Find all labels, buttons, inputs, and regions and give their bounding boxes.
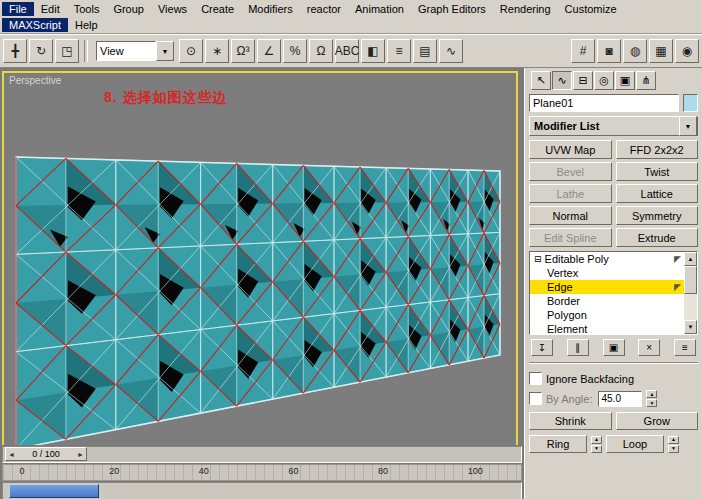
spinner-up-icon[interactable]: ▲ xyxy=(668,436,679,444)
tab-hierarchy[interactable]: ⊟ xyxy=(573,71,593,90)
tab-utilities[interactable]: ⋔ xyxy=(636,71,656,90)
track-bar[interactable]: 020406080100 xyxy=(2,464,522,481)
tab-modify[interactable]: ∿ xyxy=(552,71,572,90)
time-slider[interactable]: ◄ 0 / 100 ► xyxy=(2,446,522,463)
ring-button[interactable]: Ring xyxy=(529,435,587,453)
angle-spinner[interactable]: ▲ ▼ xyxy=(646,390,657,407)
pin-stack-button[interactable]: ↧ xyxy=(531,339,553,356)
render-type-button[interactable]: ▦ xyxy=(649,39,673,63)
object-color-swatch[interactable] xyxy=(683,94,698,112)
lattice-button[interactable]: Lattice xyxy=(616,184,699,203)
select-and-move-button[interactable]: ╋ xyxy=(3,39,27,63)
schematic-view-button[interactable]: # xyxy=(571,39,595,63)
tab-create[interactable]: ↖ xyxy=(531,71,551,90)
lathe-button[interactable]: Lathe xyxy=(529,184,612,203)
spinner-down-icon[interactable]: ▼ xyxy=(646,399,657,407)
twist-button[interactable]: Twist xyxy=(616,162,699,181)
mirror-button[interactable]: ◧ xyxy=(361,39,385,63)
menu-customize[interactable]: Customize xyxy=(558,2,624,16)
menu-group[interactable]: Group xyxy=(106,2,151,16)
stack-scroll-track[interactable] xyxy=(684,266,697,320)
loop-spinner[interactable]: ▲ ▼ xyxy=(668,436,679,453)
scroll-down-icon[interactable]: ▼ xyxy=(684,320,697,334)
angle-snap-button[interactable]: ∠ xyxy=(257,39,281,63)
next-frame-icon[interactable]: ► xyxy=(77,451,84,458)
horizontal-scrollbar[interactable] xyxy=(2,482,522,499)
show-end-result-button[interactable]: ∥ xyxy=(567,339,589,356)
ring-spinner[interactable]: ▲ ▼ xyxy=(591,436,602,453)
scrollbar-thumb[interactable] xyxy=(9,484,99,498)
curve-editor-button[interactable]: ∿ xyxy=(439,39,463,63)
loop-button[interactable]: Loop xyxy=(606,435,664,453)
spinner-up-icon[interactable]: ▲ xyxy=(591,436,602,444)
menu-create[interactable]: Create xyxy=(194,2,241,16)
align-button[interactable]: ≡ xyxy=(387,39,411,63)
ignore-backfacing-checkbox[interactable] xyxy=(529,372,542,385)
chevron-down-icon[interactable]: ▼ xyxy=(156,41,174,61)
perspective-viewport[interactable]: Perspective 8. 选择如图这些边 xyxy=(2,71,518,445)
spinner-snap-button[interactable]: Ω xyxy=(309,39,333,63)
reference-coordinate-dropdown[interactable]: View ▼ xyxy=(96,42,174,60)
menu-help[interactable]: Help xyxy=(68,18,105,32)
material-editor-button[interactable]: ◙ xyxy=(597,39,621,63)
bevel-button[interactable]: Bevel xyxy=(529,162,612,181)
frame-tick-label: 20 xyxy=(109,466,119,476)
stack-item-vertex[interactable]: Vertex xyxy=(530,266,684,280)
menu-maxscript[interactable]: MAXScript xyxy=(2,18,68,32)
menu-reactor[interactable]: reactor xyxy=(300,2,348,16)
stack-scrollbar[interactable]: ▲ ▼ xyxy=(684,252,697,334)
previous-frame-icon[interactable]: ◄ xyxy=(8,451,15,458)
angle-value-field[interactable] xyxy=(598,391,642,407)
symmetry-button[interactable]: Symmetry xyxy=(616,206,699,225)
object-name-field[interactable] xyxy=(529,94,679,112)
time-slider-thumb[interactable]: ◄ 0 / 100 ► xyxy=(5,447,87,461)
grow-button[interactable]: Grow xyxy=(616,412,699,430)
shrink-button[interactable]: Shrink xyxy=(529,412,612,430)
select-and-rotate-button[interactable]: ↻ xyxy=(29,39,53,63)
normal-button[interactable]: Normal xyxy=(529,206,612,225)
menu-rendering[interactable]: Rendering xyxy=(493,2,558,16)
layer-manager-button[interactable]: ▤ xyxy=(413,39,437,63)
menu-views[interactable]: Views xyxy=(151,2,194,16)
select-and-scale-button[interactable]: ◳ xyxy=(55,39,79,63)
percent-snap-button[interactable]: % xyxy=(283,39,307,63)
viewport-label[interactable]: Perspective xyxy=(9,75,61,86)
extrude-button[interactable]: Extrude xyxy=(616,228,699,247)
quick-render-button[interactable]: ◉ xyxy=(675,39,699,63)
remove-modifier-button[interactable]: × xyxy=(638,339,660,356)
scroll-up-icon[interactable]: ▲ xyxy=(684,252,697,266)
edit-spline-button[interactable]: Edit Spline xyxy=(529,228,612,247)
by-angle-checkbox[interactable] xyxy=(529,392,542,405)
expand-collapse-icon[interactable]: ⊟ xyxy=(534,254,542,264)
spinner-up-icon[interactable]: ▲ xyxy=(646,390,657,398)
tab-motion[interactable]: ◎ xyxy=(594,71,614,90)
stack-item-element[interactable]: Element xyxy=(530,322,684,334)
named-selection-sets-button[interactable]: ABC xyxy=(335,39,359,63)
chevron-down-icon[interactable]: ▼ xyxy=(679,116,697,136)
configure-modifier-sets-button[interactable]: ≡ xyxy=(674,339,696,356)
stack-item-edge[interactable]: Edge◤ xyxy=(530,280,684,294)
spinner-down-icon[interactable]: ▼ xyxy=(591,445,602,453)
menu-modifiers[interactable]: Modifiers xyxy=(241,2,300,16)
use-pivot-center-button[interactable]: ⊙ xyxy=(179,39,203,63)
plane-mesh-canvas[interactable] xyxy=(4,73,518,445)
ffd-2x2x2-button[interactable]: FFD 2x2x2 xyxy=(616,140,699,159)
uvw-map-button[interactable]: UVW Map xyxy=(529,140,612,159)
menu-edit[interactable]: Edit xyxy=(34,2,67,16)
tab-display[interactable]: ▣ xyxy=(615,71,635,90)
pin-stack-icon: ↧ xyxy=(538,342,546,353)
select-and-manipulate-button[interactable]: ∗ xyxy=(205,39,229,63)
stack-item-border[interactable]: Border xyxy=(530,294,684,308)
menu-tools[interactable]: Tools xyxy=(67,2,107,16)
menu-file[interactable]: File xyxy=(2,2,34,16)
spinner-down-icon[interactable]: ▼ xyxy=(668,445,679,453)
stack-item-polygon[interactable]: Polygon xyxy=(530,308,684,322)
modifier-list-dropdown[interactable]: Modifier List ▼ xyxy=(529,116,698,136)
stack-item-editable-poly[interactable]: ⊟Editable Poly◤ xyxy=(530,252,684,266)
snap-toggle-3d-button[interactable]: Ω³ xyxy=(231,39,255,63)
menu-animation[interactable]: Animation xyxy=(348,2,411,16)
stack-scroll-thumb[interactable] xyxy=(684,266,697,294)
make-unique-button[interactable]: ▣ xyxy=(603,339,625,356)
menu-graph-editors[interactable]: Graph Editors xyxy=(411,2,493,16)
render-setup-button[interactable]: ◍ xyxy=(623,39,647,63)
